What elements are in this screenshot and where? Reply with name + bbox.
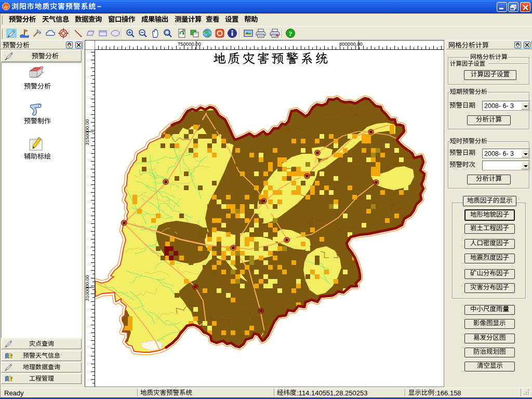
- svg-text:dy: dy: [4, 5, 8, 9]
- svg-text:?: ?: [289, 30, 292, 37]
